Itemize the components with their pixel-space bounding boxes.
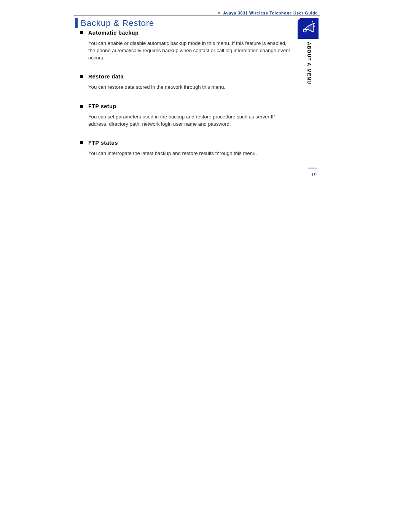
item-title: Automatic backup bbox=[88, 30, 139, 36]
item-header: FTP status bbox=[80, 140, 293, 146]
item-title: Restore data bbox=[88, 73, 124, 80]
item-header: Automatic backup bbox=[80, 30, 293, 36]
side-label: ABOUT A-MENU bbox=[306, 42, 312, 85]
square-bullet-icon bbox=[80, 141, 83, 144]
item-title: FTP setup bbox=[88, 103, 116, 109]
item-description: You can interrogate the latest backup an… bbox=[88, 150, 293, 157]
list-item: FTP setup You can set parameters used in… bbox=[80, 103, 293, 128]
item-title: FTP status bbox=[88, 140, 118, 146]
page-number-block: 19 bbox=[308, 168, 317, 177]
guide-title-text: Avaya 3631 Wireless Telephone User Guide bbox=[223, 11, 318, 15]
list-item: Automatic backup You can enable or disab… bbox=[80, 30, 293, 61]
side-tab-badge bbox=[298, 18, 319, 39]
bullet-icon bbox=[218, 12, 220, 14]
list-item: Restore data You can restore data stored… bbox=[80, 73, 293, 91]
page-number: 19 bbox=[308, 172, 317, 177]
header-rule bbox=[74, 15, 320, 16]
item-header: Restore data bbox=[80, 73, 293, 80]
item-description: You can set parameters used in the backu… bbox=[88, 113, 293, 128]
header-guide-title: Avaya 3631 Wireless Telephone User Guide bbox=[218, 11, 318, 15]
list-item: FTP status You can interrogate the lates… bbox=[80, 140, 293, 157]
content-area: Automatic backup You can enable or disab… bbox=[80, 30, 293, 169]
megaphone-icon bbox=[300, 21, 316, 37]
square-bullet-icon bbox=[80, 75, 83, 78]
item-description: You can restore data stored in the netwo… bbox=[88, 83, 293, 91]
page-number-bar bbox=[308, 168, 317, 169]
item-description: You can enable or disable automatic back… bbox=[88, 40, 293, 61]
section-title: Backup & Restore bbox=[75, 18, 154, 28]
square-bullet-icon bbox=[80, 105, 83, 108]
item-header: FTP setup bbox=[80, 103, 293, 109]
square-bullet-icon bbox=[80, 31, 83, 34]
